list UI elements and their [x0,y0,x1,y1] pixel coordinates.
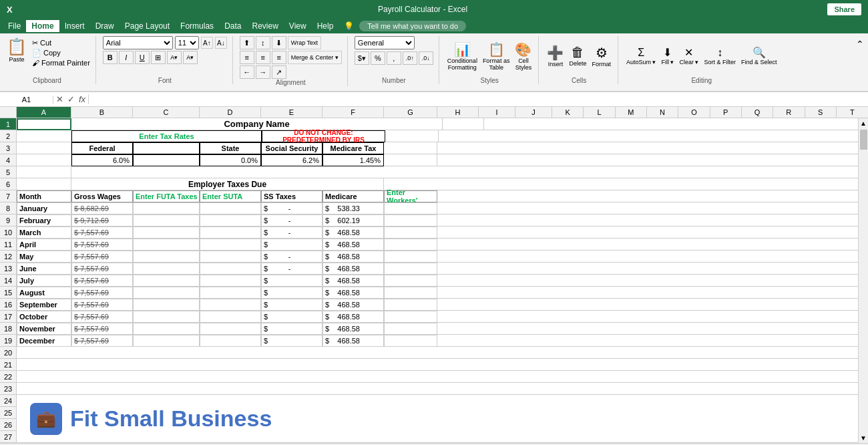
menu-view[interactable]: View [284,20,312,32]
cell-G18[interactable] [384,323,437,335]
number-format-select[interactable]: General [355,36,415,49]
cell-A3[interactable] [17,142,71,154]
cell-A4[interactable] [17,154,71,166]
cell-D15[interactable] [200,287,261,299]
cell-G14[interactable] [384,275,437,287]
cell-F11[interactable]: $ 468.58 [322,239,384,251]
decrease-font-button[interactable]: A↓ [215,37,227,49]
share-button[interactable]: Share [827,3,861,15]
cell-A2[interactable] [17,130,71,142]
font-color-button[interactable]: A▾ [183,51,198,64]
cell-C3[interactable] [133,142,200,154]
cell-H1[interactable] [443,118,484,130]
cell-G2[interactable] [385,130,439,142]
cell-B4[interactable]: 6.0% [71,154,133,166]
cell-F19[interactable]: $ 468.58 [322,335,384,347]
copy-button[interactable]: 📄 Copy [32,49,90,57]
col-header-N[interactable]: N [647,107,678,118]
menu-file[interactable]: File [3,20,26,32]
cell-G4[interactable] [384,154,437,166]
cell-G13[interactable] [384,263,437,275]
align-top-button[interactable]: ⬆ [240,36,254,49]
cell-G8[interactable] [384,202,437,214]
cell-G12[interactable] [384,251,437,263]
cell-D19[interactable] [200,335,261,347]
format-button[interactable]: ⚙ Format [590,43,612,69]
menu-insert[interactable]: Insert [59,20,90,32]
cell-G11[interactable] [384,239,437,251]
cell-E18[interactable]: $ [261,323,322,335]
menu-help[interactable]: Help [312,20,339,32]
align-right-button[interactable]: ≡ [272,51,286,64]
cell-C16[interactable] [133,299,200,311]
underline-button[interactable]: U [135,51,150,64]
cell-F8[interactable]: $ 538.33 [322,202,384,214]
col-header-C[interactable]: C [133,107,200,118]
decrease-decimal-button[interactable]: .0↓ [419,51,433,65]
paste-button[interactable]: 📋 Paste [4,36,29,64]
cell-B8[interactable]: $ 8,682.69 [71,202,133,214]
col-header-I[interactable]: I [479,107,515,118]
wrap-text-button[interactable]: Wrap Text [288,36,321,49]
cell-E9[interactable]: $ - [261,214,322,227]
col-header-T[interactable]: T [837,107,868,118]
indent-decrease-button[interactable]: ← [240,65,254,79]
formula-input[interactable] [89,96,868,104]
col-header-F[interactable]: F [322,107,384,118]
cell-C8[interactable] [133,202,200,214]
scroll-thumb[interactable] [860,130,867,150]
format-painter-button[interactable]: 🖌 Format Painter [32,59,90,67]
col-header-S[interactable]: S [805,107,837,118]
col-header-Q[interactable]: Q [742,107,773,118]
cell-D3[interactable]: State [200,142,261,154]
cell-F4[interactable]: 1.45% [322,154,384,166]
col-header-A[interactable]: A [17,107,71,118]
cell-E7[interactable]: SS Taxes [261,190,322,202]
col-header-D[interactable]: D [200,107,261,118]
cell-G3[interactable] [384,142,437,154]
col-header-B[interactable]: B [71,107,133,118]
cell-D4[interactable]: 0.0% [200,154,261,166]
italic-button[interactable]: I [119,51,134,64]
sort-filter-button[interactable]: ↕ Sort & Filter [702,45,737,67]
cell-A9[interactable]: February [17,214,71,227]
cell-B7[interactable]: Gross Wages [71,190,133,202]
cell-F12[interactable]: $ 468.58 [322,251,384,263]
cell-C14[interactable] [133,275,200,287]
cell-G15[interactable] [384,287,437,299]
cell-E19[interactable]: $ [261,335,322,347]
delete-button[interactable]: 🗑 Delete [568,43,588,68]
cell-D16[interactable] [200,299,261,311]
menu-review[interactable]: Review [246,20,283,32]
cell-E2-F2[interactable]: DO NOT CHANGE: PREDETERMINED BY IRS [262,130,385,142]
col-header-O[interactable]: O [678,107,710,118]
insert-button[interactable]: ➕ Insert [546,43,565,69]
format-as-table-button[interactable]: 📋 Format asTable [481,40,511,72]
cell-D7[interactable]: Enter SUTA [200,190,261,202]
cell-D17[interactable] [200,311,261,323]
merge-center-button[interactable]: Merge & Center ▾ [288,51,342,64]
cell-A19[interactable]: December [17,335,71,347]
align-bottom-button[interactable]: ⬇ [272,36,286,49]
cell-A12[interactable]: May [17,251,71,263]
cell-A6[interactable] [17,178,71,190]
cell-E15[interactable]: $ [261,287,322,299]
col-header-K[interactable]: K [552,107,584,118]
cell-E11[interactable]: $ [261,239,322,251]
cell-D18[interactable] [200,323,261,335]
col-header-G[interactable]: G [384,107,437,118]
cell-A14[interactable]: July [17,275,71,287]
cell-B12[interactable]: $ 7,557.69 [71,251,133,263]
cell-D13[interactable] [200,263,261,275]
cell-C13[interactable] [133,263,200,275]
cut-button[interactable]: ✂ Cut [32,39,90,47]
cell-C4[interactable] [133,154,200,166]
cell-B10[interactable]: $ 7,557.69 [71,227,133,239]
cell-E13[interactable]: $ - [261,263,322,275]
cell-B11[interactable]: $ 7,557.69 [71,239,133,251]
cell-A11[interactable]: April [17,239,71,251]
cell-F16[interactable]: $ 468.58 [322,299,384,311]
cell-A13[interactable]: June [17,263,71,275]
cell-B2-D2[interactable]: Enter Tax Rates [71,130,262,142]
cell-C11[interactable] [133,239,200,251]
